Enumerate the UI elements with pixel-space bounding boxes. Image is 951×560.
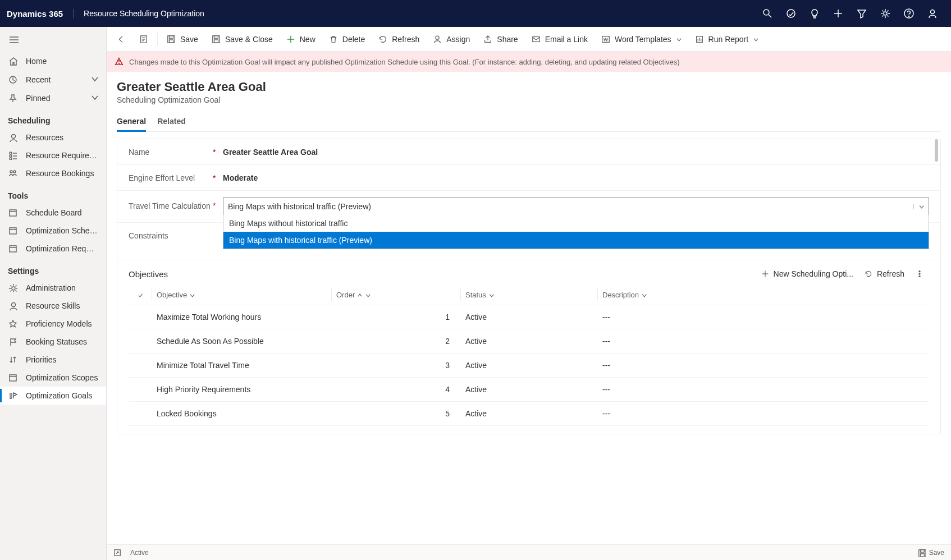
more-objectives-button[interactable]: [910, 268, 929, 280]
calendar-icon: [8, 226, 18, 235]
insights-icon[interactable]: [803, 0, 826, 27]
cell-status: Active: [461, 334, 598, 348]
task-icon[interactable]: [779, 0, 803, 27]
resource-icon: [8, 133, 18, 142]
cell-status: Active: [461, 383, 598, 396]
travel-option-0[interactable]: Bing Maps without historical traffic: [223, 215, 929, 232]
nav-item-resource-skills[interactable]: Resource Skills: [0, 297, 106, 315]
nav-item-proficiency-models[interactable]: Proficiency Models: [0, 315, 106, 333]
cell-description: ---: [598, 310, 929, 324]
table-row[interactable]: Minimize Total Travel Time 3 Active ---: [129, 354, 929, 378]
save-close-button[interactable]: Save & Close: [206, 31, 278, 47]
cell-order: 3: [332, 359, 461, 372]
col-objective[interactable]: Objective: [152, 288, 332, 301]
scrollbar[interactable]: [934, 139, 939, 434]
record-set-button[interactable]: [134, 31, 154, 47]
flag-icon: [8, 337, 18, 346]
cell-order: 2: [332, 334, 461, 348]
cell-description: ---: [598, 407, 929, 420]
chevron-down-icon: [90, 93, 98, 103]
brand[interactable]: Dynamics 365: [7, 9, 74, 19]
delete-button[interactable]: Delete: [323, 31, 371, 47]
nav-item-resource-bookings[interactable]: Resource Bookings: [0, 164, 106, 182]
search-icon[interactable]: [756, 0, 779, 27]
col-status[interactable]: Status: [461, 288, 598, 301]
cell-description: ---: [598, 334, 929, 348]
nav-item-resources[interactable]: Resources: [0, 128, 106, 146]
cell-objective: Minimize Total Travel Time: [152, 359, 332, 372]
bookings-icon: [8, 169, 18, 178]
run-report-button[interactable]: Run Report: [689, 31, 765, 47]
travel-dropdown[interactable]: Bing Maps with historical traffic (Previ…: [223, 198, 929, 215]
email-link-button[interactable]: Email a Link: [526, 31, 593, 47]
nav-item-optimization-goals[interactable]: Optimization Goals: [0, 387, 106, 405]
travel-dropdown-list: Bing Maps without historical traffic Bin…: [223, 215, 929, 249]
calendar-icon: [8, 244, 18, 253]
cell-status: Active: [461, 310, 598, 324]
new-objective-button[interactable]: New Scheduling Opti...: [756, 267, 859, 281]
nav-item-booking-statuses[interactable]: Booking Statuses: [0, 333, 106, 351]
select-all[interactable]: [129, 288, 152, 301]
chevron-down-icon: [913, 204, 924, 209]
nav-home[interactable]: Home: [0, 52, 106, 70]
nav-item-schedule-board[interactable]: Schedule Board: [0, 204, 106, 222]
warning-icon: [115, 57, 124, 66]
account-icon[interactable]: [921, 0, 944, 27]
cell-objective: Maximize Total Working hours: [152, 310, 332, 324]
cell-objective: Locked Bookings: [152, 407, 332, 420]
pin-icon: [8, 94, 18, 103]
share-button[interactable]: Share: [478, 31, 523, 47]
footer-save-button[interactable]: Save: [918, 549, 944, 557]
nav-item-optimization-scopes[interactable]: Optimization Scopes: [0, 369, 106, 387]
app-name: Resource Scheduling Optimization: [74, 9, 204, 18]
sidenav: HomeRecentPinned SchedulingResourcesReso…: [0, 27, 107, 560]
word-templates-button[interactable]: Word Templates: [596, 31, 687, 47]
nav-item-optimization-schedu-[interactable]: Optimization Schedu...: [0, 222, 106, 240]
name-value[interactable]: Greater Seattle Area Goal: [223, 148, 929, 157]
assign-button[interactable]: Assign: [427, 31, 476, 47]
table-row[interactable]: High Priority Requirements 4 Active ---: [129, 378, 929, 402]
effort-value[interactable]: Moderate: [223, 173, 929, 182]
filter-icon[interactable]: [850, 0, 874, 27]
table-row[interactable]: Locked Bookings 5 Active ---: [129, 402, 929, 426]
save-button[interactable]: Save: [161, 31, 204, 47]
cell-description: ---: [598, 383, 929, 396]
goal-icon: [8, 391, 18, 400]
star-icon: [8, 319, 18, 328]
refresh-objectives-button[interactable]: Refresh: [859, 267, 910, 281]
cell-objective: High Priority Requirements: [152, 383, 332, 396]
chevron-down-icon: [753, 35, 758, 44]
nav-item-administration[interactable]: Administration: [0, 279, 106, 297]
col-description[interactable]: Description: [598, 288, 929, 301]
objectives-header: Objectives New Scheduling Opti... Refres…: [117, 260, 940, 285]
nav-item-priorities[interactable]: Priorities: [0, 351, 106, 369]
col-order[interactable]: Order: [332, 288, 461, 301]
settings-icon[interactable]: [874, 0, 897, 27]
expand-button[interactable]: [113, 549, 121, 557]
tab-general[interactable]: General: [117, 112, 146, 132]
add-icon[interactable]: [826, 0, 850, 27]
warning-banner: Changes made to this Optimization Goal w…: [107, 52, 951, 72]
nav-item-resource-requireme-[interactable]: Resource Requireme...: [0, 146, 106, 164]
refresh-button[interactable]: Refresh: [373, 31, 425, 47]
table-row[interactable]: Maximize Total Working hours 1 Active --…: [129, 305, 929, 329]
travel-option-1[interactable]: Bing Maps with historical traffic (Previ…: [223, 232, 929, 249]
main-area: Save Save & Close New Delete Refresh Ass…: [107, 27, 951, 560]
chevron-down-icon: [90, 75, 98, 84]
reqs-icon: [8, 151, 18, 160]
command-bar: Save Save & Close New Delete Refresh Ass…: [107, 27, 951, 52]
banner-text: Changes made to this Optimization Goal w…: [129, 58, 680, 66]
nav-pinned[interactable]: Pinned: [0, 89, 106, 107]
record-status: Active: [130, 549, 149, 557]
home-icon: [8, 57, 18, 66]
table-row[interactable]: Schedule As Soon As Possible 2 Active --…: [129, 329, 929, 354]
hamburger-icon[interactable]: [0, 33, 106, 52]
back-button[interactable]: [111, 31, 131, 47]
nav-recent[interactable]: Recent: [0, 70, 106, 89]
help-icon[interactable]: [897, 0, 921, 27]
nav-item-optimization-requests[interactable]: Optimization Requests: [0, 240, 106, 258]
new-button[interactable]: New: [281, 31, 321, 47]
objectives-grid: Objective Order Status Description Maxim…: [117, 285, 940, 434]
tab-related[interactable]: Related: [157, 112, 186, 131]
cell-order: 1: [332, 310, 461, 324]
